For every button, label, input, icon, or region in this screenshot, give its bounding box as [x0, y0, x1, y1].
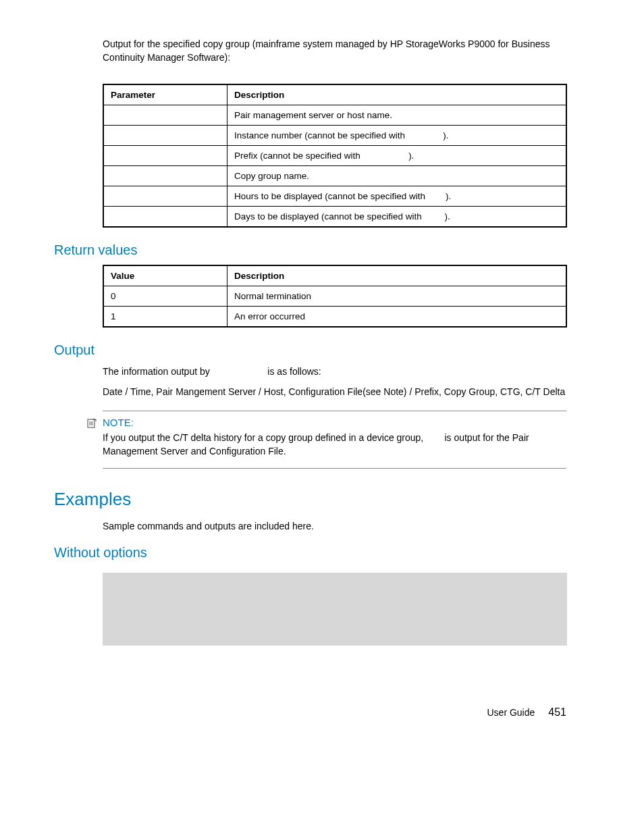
cell-value: 0 [103, 286, 227, 306]
cell-desc: Copy group name. [227, 165, 567, 186]
intro-paragraph: Output for the specified copy group (mai… [103, 37, 566, 65]
table-row: Instance number (cannot be specified wit… [103, 125, 566, 145]
desc-part-b: ). [444, 211, 450, 221]
output-line1-b: is as follows: [265, 366, 321, 377]
return-values-heading: Return values [54, 242, 566, 258]
cell-param [103, 105, 227, 125]
note-block: NOTE: If you output the C/T delta histor… [103, 411, 566, 469]
header-description: Description [227, 265, 567, 286]
output-line1-a: The information output by [103, 366, 213, 377]
footer-label: User Guide [487, 707, 535, 718]
desc-part-a: Hours to be displayed (cannot be specifi… [234, 191, 428, 201]
desc-part-b: ). [446, 191, 451, 201]
cell-param [103, 206, 227, 227]
note-body-a: If you output the C/T delta history for … [103, 432, 426, 443]
table-header-row: Value Description [103, 265, 566, 286]
document-page: Output for the specified copy group (mai… [0, 0, 644, 746]
cell-desc: Pair management server or host name. [227, 105, 567, 125]
note-body: If you output the C/T delta history for … [103, 431, 566, 459]
note-title: NOTE: [103, 417, 566, 428]
table-row: 1 An error occurred [103, 306, 566, 327]
output-line2: Date / Time, Pair Mangement Server / Hos… [103, 385, 566, 398]
desc-part-a: Days to be displayed (cannot be specifie… [234, 211, 424, 221]
table-row: Copy group name. [103, 165, 566, 186]
page-number: 451 [548, 706, 566, 718]
cell-param [103, 165, 227, 186]
examples-intro: Sample commands and outputs are included… [103, 519, 566, 533]
code-block [103, 573, 567, 646]
cell-param [103, 186, 227, 206]
examples-heading: Examples [54, 489, 566, 510]
output-line1: The information output by is as follows: [103, 365, 566, 378]
desc-part-b: ). [443, 130, 448, 140]
cell-desc: Instance number (cannot be specified wit… [227, 125, 567, 145]
cell-desc: Hours to be displayed (cannot be specifi… [227, 186, 567, 206]
table-row: Prefix (cannot be specified with ). [103, 145, 566, 165]
cell-desc: Prefix (cannot be specified with ). [227, 145, 567, 165]
header-parameter: Parameter [103, 84, 227, 105]
header-description: Description [227, 84, 567, 105]
desc-part-a: Instance number (cannot be specified wit… [234, 130, 408, 140]
page-footer: User Guide451 [54, 706, 566, 719]
desc-part-b: ). [408, 151, 414, 161]
table-row: 0 Normal termination [103, 286, 566, 306]
cell-param [103, 125, 227, 145]
parameters-table: Parameter Description Pair management se… [103, 84, 567, 228]
table-row: Pair management server or host name. [103, 105, 566, 125]
header-value: Value [103, 265, 227, 286]
desc-part-a: Prefix (cannot be specified with [234, 151, 363, 161]
cell-desc: Days to be displayed (cannot be specifie… [227, 206, 567, 227]
cell-param [103, 145, 227, 165]
without-options-heading: Without options [54, 545, 566, 561]
table-row: Days to be displayed (cannot be specifie… [103, 206, 566, 227]
output-heading: Output [54, 342, 566, 358]
table-header-row: Parameter Description [103, 84, 566, 105]
return-values-table: Value Description 0 Normal termination 1… [103, 265, 567, 328]
table-row: Hours to be displayed (cannot be specifi… [103, 186, 566, 206]
cell-desc: An error occurred [227, 306, 567, 327]
cell-value: 1 [103, 306, 227, 327]
cell-desc: Normal termination [227, 286, 567, 306]
note-icon [86, 418, 97, 431]
